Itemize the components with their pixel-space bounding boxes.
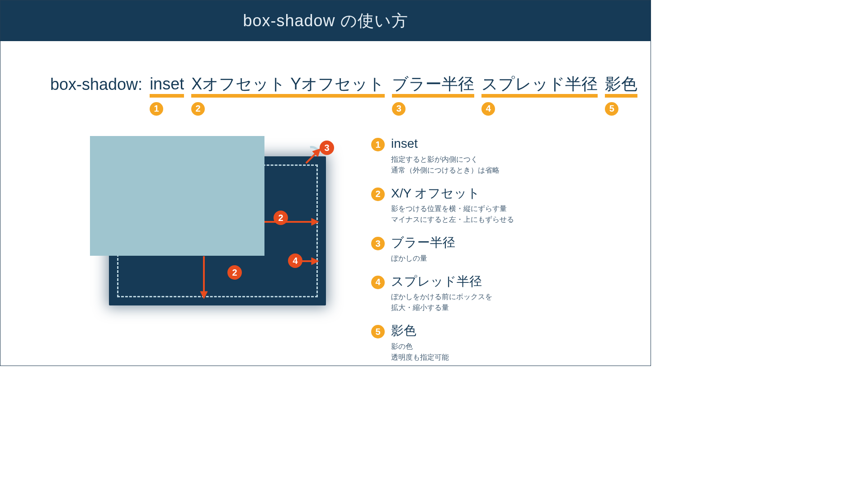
syntax-item-offset: Xオフセット Yオフセット 2: [191, 75, 385, 116]
svg-marker-1: [311, 218, 319, 225]
legend-item-offset: 2 X/Y オフセット 影をつける位置を横・縦にずらす量 マイナスにすると左・上…: [371, 186, 514, 225]
diagram-label-offset-h: 2: [274, 211, 288, 225]
legend-title: inset: [391, 136, 500, 151]
legend: 1 inset 指定すると影が内側につく 通常（外側につけるとき）は省略 2 X…: [371, 136, 514, 347]
syntax-item-blur: ブラー半径 3: [392, 75, 474, 116]
legend-text: inset 指定すると影が内側につく 通常（外側につけるとき）は省略: [391, 136, 500, 176]
syntax-num-4: 4: [481, 102, 495, 116]
diagram-label-offset-v: 2: [227, 265, 242, 280]
syntax-num-5: 5: [605, 102, 618, 116]
slide: box-shadow の使い方 box-shadow: inset 1 Xオフセ…: [0, 0, 651, 366]
arrow-blur-icon: [302, 149, 321, 167]
syntax-word: スプレッド半径: [481, 75, 598, 98]
legend-text: 影色 影の色 透明度も指定可能: [391, 323, 449, 363]
legend-title: X/Y オフセット: [391, 186, 514, 201]
syntax-row: box-shadow: inset 1 Xオフセット Yオフセット 2 ブラー半…: [50, 75, 637, 116]
legend-num: 5: [371, 325, 385, 338]
syntax-item-color: 影色 5: [605, 75, 637, 116]
legend-desc: ぼかしをかける前にボックスを 拡大・縮小する量: [391, 291, 492, 313]
diagram-label-spread: 4: [288, 253, 302, 268]
syntax-word: ブラー半径: [392, 75, 474, 98]
legend-item-blur: 3 ブラー半径 ぼかしの量: [371, 235, 514, 264]
legend-num: 1: [371, 138, 385, 151]
arrow-offset-horizontal-icon: [264, 216, 319, 227]
legend-title: スプレッド半径: [391, 274, 492, 289]
syntax-word: inset: [150, 75, 184, 98]
legend-desc: 指定すると影が内側につく 通常（外側につけるとき）は省略: [391, 154, 500, 176]
syntax-num-1: 1: [150, 102, 163, 116]
svg-marker-3: [200, 291, 208, 299]
legend-num: 3: [371, 237, 385, 250]
diagram-label-blur: 3: [320, 141, 334, 155]
legend-num: 4: [371, 276, 385, 289]
syntax-item-spread: スプレッド半径 4: [481, 75, 598, 116]
syntax-item-inset: inset 1: [150, 75, 184, 116]
legend-item-spread: 4 スプレッド半径 ぼかしをかける前にボックスを 拡大・縮小する量: [371, 274, 514, 314]
legend-desc: 影をつける位置を横・縦にずらす量 マイナスにすると左・上にもずらせる: [391, 203, 514, 225]
legend-item-inset: 1 inset 指定すると影が内側につく 通常（外側につけるとき）は省略: [371, 136, 514, 176]
syntax-word: Xオフセット Yオフセット: [191, 75, 385, 98]
legend-item-color: 5 影色 影の色 透明度も指定可能: [371, 323, 514, 363]
arrow-offset-vertical-icon: [198, 256, 209, 299]
syntax-num-3: 3: [392, 102, 406, 116]
syntax-prefix: box-shadow:: [50, 75, 142, 94]
content: 2 2 3 4 1: [50, 136, 601, 347]
legend-text: スプレッド半径 ぼかしをかける前にボックスを 拡大・縮小する量: [391, 274, 492, 314]
legend-text: ブラー半径 ぼかしの量: [391, 235, 455, 264]
page-title: box-shadow の使い方: [243, 10, 408, 32]
legend-desc: ぼかしの量: [391, 253, 455, 264]
legend-title: ブラー半径: [391, 235, 455, 250]
syntax-word: 影色: [605, 75, 637, 98]
diagram: 2 2 3 4: [50, 136, 330, 330]
legend-num: 2: [371, 188, 385, 201]
syntax-num-2: 2: [191, 102, 205, 116]
svg-marker-7: [311, 258, 319, 265]
legend-desc: 影の色 透明度も指定可能: [391, 341, 449, 363]
legend-text: X/Y オフセット 影をつける位置を横・縦にずらす量 マイナスにすると左・上にも…: [391, 186, 514, 225]
header: box-shadow の使い方: [0, 0, 651, 41]
legend-title: 影色: [391, 323, 449, 338]
main-box: [90, 136, 264, 256]
svg-line-4: [306, 154, 315, 163]
